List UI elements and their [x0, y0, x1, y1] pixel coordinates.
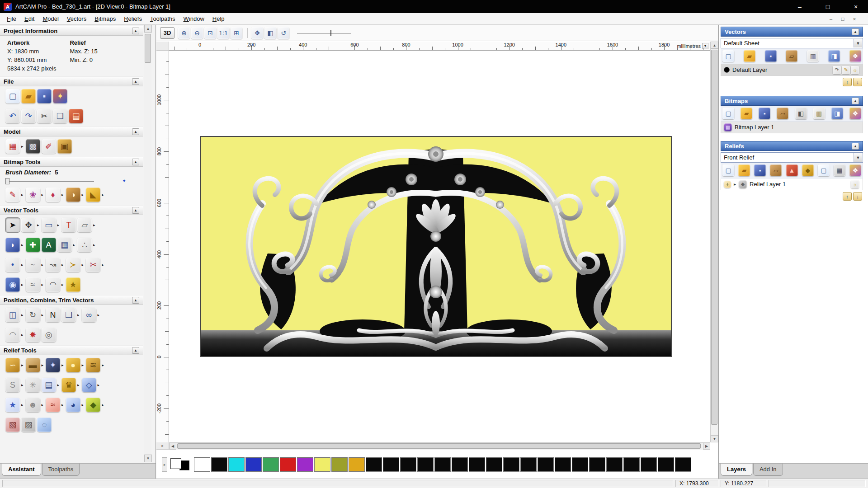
relief-select[interactable]: Front Relief ▼ [721, 152, 863, 163]
edit-model-icon[interactable]: ✐ [42, 139, 56, 154]
palette-swatch-20[interactable] [538, 457, 554, 472]
canvas-scroll-down-button[interactable]: ▼ [711, 435, 718, 442]
tab-layers[interactable]: Layers [721, 464, 752, 476]
group-vectors-icon-flyout[interactable]: ▸ [77, 313, 80, 317]
fillet-icon[interactable]: ✸ [26, 328, 40, 342]
collapse-project-info-button[interactable]: ▲ [132, 28, 139, 34]
export-vectors-icon[interactable]: ▥ [807, 50, 819, 62]
tab-toolpaths[interactable]: Toolpaths [42, 464, 80, 476]
star-wizard-icon-flyout[interactable]: ▸ [21, 403, 24, 407]
offset-vector-icon[interactable]: ◗ [5, 238, 20, 252]
move-layer-down-icon[interactable]: ↓ [853, 78, 862, 86]
measure-icon[interactable]: ▱ [77, 218, 92, 232]
move-relief-up-icon[interactable]: ↑ [843, 192, 852, 201]
relief-dropdown-icon[interactable]: ▼ [854, 153, 862, 162]
import-relief-icon[interactable]: ▱ [770, 164, 782, 176]
smooth-relief-layer-icon[interactable]: ▲ [786, 164, 798, 176]
canvas-hscroll-thumb[interactable] [177, 443, 701, 449]
minimize-button[interactable]: – [788, 0, 812, 13]
model-picture-icon[interactable]: ▣ [57, 139, 72, 154]
palette-swatch-10[interactable] [366, 457, 382, 472]
paint-icon-flyout[interactable]: ▸ [42, 192, 44, 197]
scroll-up-button[interactable]: ▲ [144, 25, 152, 33]
bitmap-colours-icon[interactable]: ▥ [813, 108, 825, 119]
canvas-corner-button[interactable]: ▸ [156, 442, 169, 450]
delete-vector-layer-icon[interactable]: ◨ [828, 50, 840, 62]
palette-icon[interactable]: ◑ [66, 188, 80, 202]
isolate-relief-icon[interactable]: ▧ [5, 418, 20, 432]
merge-vector-layers-icon[interactable]: ❖ [849, 50, 861, 62]
mdi-close-icon[interactable]: × [849, 14, 860, 23]
slider-track[interactable] [8, 181, 94, 182]
zoom-out-icon[interactable]: ⊖ [191, 27, 203, 39]
refresh-view-icon[interactable]: ↺ [278, 27, 289, 39]
join-vectors-icon[interactable]: ≻ [66, 258, 80, 272]
palette-swatch-26[interactable] [641, 457, 657, 472]
text-on-curve-icon[interactable]: A [42, 238, 56, 252]
palette-swatch-16[interactable] [469, 457, 485, 472]
menu-window[interactable]: Window [179, 14, 208, 23]
palette-swatch-22[interactable] [572, 457, 588, 472]
palette-swatch-17[interactable] [486, 457, 502, 472]
contrast-icon[interactable]: ◧ [795, 108, 807, 119]
bitmap-layer-row[interactable]: ▦ Bitmap Layer 1 [721, 122, 863, 133]
menu-model[interactable]: Model [38, 14, 62, 23]
scroll-down-button[interactable]: ▼ [144, 455, 152, 462]
new-vector-layer-icon[interactable]: ▢ [722, 50, 734, 62]
open-bitmap-layer-icon[interactable]: ▰ [741, 108, 752, 119]
collapse-vectors-button[interactable]: ▲ [852, 28, 859, 35]
sheet-select[interactable]: Default Sheet ▼ [721, 38, 863, 48]
set-model-size-icon[interactable]: ▦ [5, 139, 20, 154]
join-vectors-icon-flyout[interactable]: ▸ [82, 263, 84, 267]
palette-icon-flyout[interactable]: ▸ [82, 192, 84, 197]
open-vector-layer-icon[interactable]: ▰ [744, 50, 755, 62]
palette-swatch-2[interactable] [228, 457, 245, 472]
block-paste-icon-flyout[interactable]: ▸ [93, 243, 95, 247]
palette-swatch-6[interactable] [297, 457, 313, 472]
weld-vectors-icon-flyout[interactable]: ▸ [98, 313, 100, 317]
relief-layer-row[interactable]: + ▸ ◆ Relief Layer 1 ☼ [721, 178, 863, 190]
create-circle-icon[interactable]: ◉ [5, 277, 20, 292]
select-vectors-icon[interactable]: ➤ [5, 218, 20, 232]
canvas-scroll-right-button[interactable]: ▶ [703, 443, 710, 450]
menu-reliefs[interactable]: Reliefs [120, 14, 146, 23]
create-circle-icon-flyout[interactable]: ▸ [21, 282, 24, 287]
menu-toolpaths[interactable]: Toolpaths [146, 14, 179, 23]
star-wizard-icon[interactable]: ★ [5, 398, 20, 412]
turn-wizard-icon-flyout[interactable]: ▸ [77, 383, 80, 387]
colour-picker-icon[interactable]: ♦ [46, 188, 60, 202]
paint-icon[interactable]: ❀ [26, 188, 40, 202]
colour-indicator[interactable] [170, 457, 191, 472]
sheet-dropdown-icon[interactable]: ▼ [854, 39, 862, 47]
create-text-icon[interactable]: T [61, 218, 76, 232]
copy-icon[interactable]: ❏ [53, 109, 67, 123]
draw-brush-icon[interactable]: ✎ [5, 188, 20, 202]
offset-vector-icon-flyout[interactable]: ▸ [21, 243, 24, 247]
palette-swatch-12[interactable] [400, 457, 416, 472]
palette-swatch-7[interactable] [314, 457, 330, 472]
palette-swatch-27[interactable] [658, 457, 674, 472]
two-rail-sweep-icon-flyout[interactable]: ▸ [102, 363, 104, 367]
add-relief-layer-icon[interactable]: + [724, 181, 731, 188]
new-model-icon[interactable]: ▢ [5, 89, 20, 103]
create-polyline-icon[interactable]: ✚ [26, 238, 40, 252]
face-wizard-icon-flyout[interactable]: ▸ [42, 403, 44, 407]
mdi-minimize-icon[interactable]: – [826, 14, 836, 23]
flood-fill-icon-flyout[interactable]: ▸ [102, 192, 104, 197]
palette-swatch-28[interactable] [675, 457, 691, 472]
relief-plane-icon[interactable]: ▬ [26, 358, 40, 372]
open-model-icon[interactable]: ▰ [21, 89, 36, 103]
transform-vectors-icon-flyout[interactable]: ▸ [37, 223, 39, 227]
shape-editor-icon[interactable]: ● [66, 358, 80, 372]
trim-vectors-icon-flyout[interactable]: ▸ [102, 263, 104, 267]
palette-swatch-21[interactable] [555, 457, 571, 472]
create-rectangle-icon[interactable]: ▭ [42, 218, 56, 232]
sculpt-icon[interactable]: ✦ [46, 358, 60, 372]
swept-profile-icon[interactable]: S [5, 378, 20, 392]
smooth-relief-icon[interactable]: ∽ [5, 358, 20, 372]
import-model-icon[interactable]: ✦ [53, 89, 67, 103]
vector-layer-row[interactable]: Default Layer ↷✎☼ [721, 64, 863, 76]
save-vector-layer-icon[interactable]: ▪ [765, 50, 777, 62]
close-button[interactable]: × [844, 0, 868, 13]
previous-view-icon[interactable]: ◧ [264, 27, 276, 39]
